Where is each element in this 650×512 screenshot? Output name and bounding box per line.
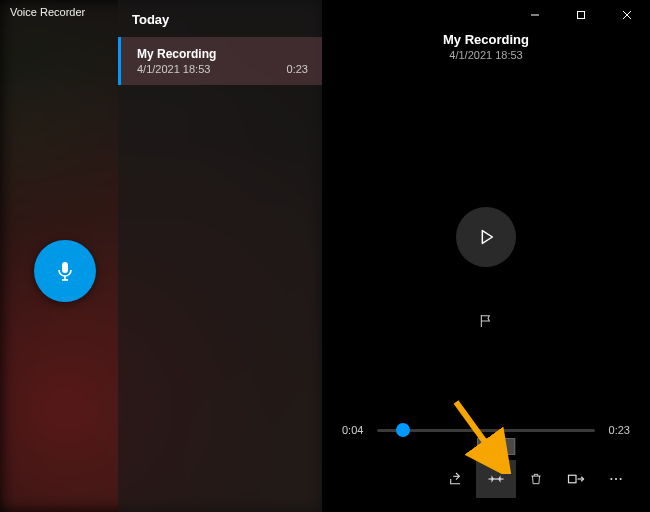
playback-area: [322, 61, 650, 412]
add-marker-button[interactable]: [472, 307, 500, 335]
timeline: 0:04 0:23: [322, 412, 650, 452]
svg-marker-7: [482, 230, 492, 243]
recordings-list: Today My Recording 4/1/2021 18:53 0:23: [118, 0, 322, 512]
rename-button[interactable]: [556, 460, 596, 498]
recording-list-item[interactable]: My Recording 4/1/2021 18:53 0:23: [118, 37, 322, 85]
svg-rect-11: [569, 475, 577, 483]
recording-item-datetime: 4/1/2021 18:53: [137, 63, 306, 75]
time-total: 0:23: [609, 424, 630, 436]
trim-icon: [487, 471, 505, 487]
seek-track[interactable]: [377, 429, 594, 432]
share-icon: [448, 471, 464, 487]
svg-marker-9: [492, 475, 494, 483]
action-bar: Trim: [322, 452, 650, 512]
close-button[interactable]: [604, 0, 650, 30]
rename-icon: [567, 472, 585, 486]
svg-point-14: [620, 478, 622, 480]
detail-panel: My Recording 4/1/2021 18:53 0:04: [322, 0, 650, 512]
maximize-button[interactable]: [558, 0, 604, 30]
record-button[interactable]: [34, 240, 96, 302]
trim-button[interactable]: Trim: [476, 460, 516, 498]
play-icon: [475, 226, 497, 248]
play-button[interactable]: [456, 207, 516, 267]
trash-icon: [529, 471, 543, 487]
time-current: 0:04: [342, 424, 363, 436]
recording-datetime: 4/1/2021 18:53: [322, 49, 650, 61]
app-title: Voice Recorder: [10, 6, 85, 18]
window-controls: [322, 0, 650, 30]
flag-icon: [478, 313, 494, 329]
more-button[interactable]: [596, 460, 636, 498]
recording-title: My Recording: [322, 32, 650, 47]
minimize-button[interactable]: [512, 0, 558, 30]
delete-button[interactable]: [516, 460, 556, 498]
section-header: Today: [118, 0, 322, 37]
svg-point-13: [615, 478, 617, 480]
seek-thumb[interactable]: [396, 423, 410, 437]
recording-item-duration: 0:23: [287, 63, 308, 75]
microphone-icon: [53, 259, 77, 283]
share-button[interactable]: [436, 460, 476, 498]
svg-marker-10: [498, 475, 500, 483]
svg-rect-4: [578, 12, 585, 19]
recording-item-title: My Recording: [137, 47, 306, 61]
recordings-panel: Voice Recorder Today My Recording 4/1/20…: [0, 0, 322, 512]
recording-meta: My Recording 4/1/2021 18:53: [322, 32, 650, 61]
svg-point-12: [610, 478, 612, 480]
more-icon: [608, 471, 624, 487]
svg-rect-0: [62, 262, 68, 273]
